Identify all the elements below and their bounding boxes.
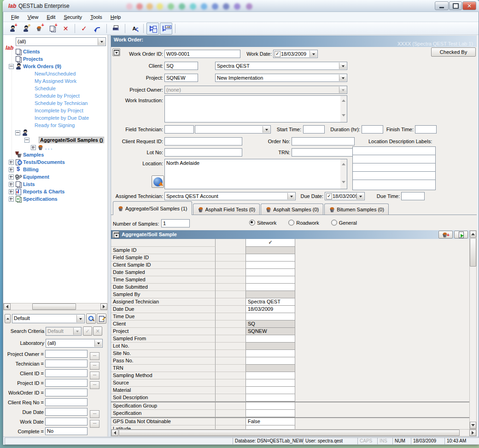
tree-item[interactable] bbox=[3, 129, 107, 136]
find-client-button[interactable]: ⌕ bbox=[19, 23, 32, 35]
tree-item[interactable]: Reports & Charts bbox=[3, 188, 107, 195]
finish-time-input[interactable] bbox=[415, 125, 437, 134]
tree-view-button[interactable] bbox=[146, 23, 159, 35]
menu-item[interactable]: Edit bbox=[42, 13, 59, 21]
grid-vscrollbar[interactable] bbox=[469, 230, 477, 429]
scroll-thumb[interactable] bbox=[119, 430, 460, 436]
scope-combobox[interactable]: (all) bbox=[16, 37, 106, 46]
tree-item[interactable]: Schedule by Project bbox=[3, 92, 107, 99]
client-request-id-input[interactable] bbox=[164, 137, 242, 145]
date-checkbox[interactable]: ✓ bbox=[275, 51, 280, 57]
sample-tab[interactable]: Asphalt Samples (0) bbox=[261, 204, 323, 215]
tree-item[interactable]: Equipment bbox=[3, 173, 107, 180]
chevron-down-icon[interactable] bbox=[76, 315, 84, 322]
tree-item[interactable]: New/Unscheduled bbox=[3, 70, 107, 77]
tree-item[interactable]: Samples bbox=[3, 151, 107, 158]
grid-value-cell[interactable]: SQNEW bbox=[246, 328, 295, 335]
new-invoice-button[interactable]: + bbox=[46, 23, 58, 35]
grid-value-cell[interactable] bbox=[246, 387, 295, 394]
tree-item[interactable]: Work Orders (9) bbox=[3, 63, 107, 70]
spelling-button[interactable]: Aς bbox=[128, 23, 140, 35]
copy-sample-button[interactable] bbox=[454, 231, 468, 239]
add-sample-button[interactable]: + bbox=[438, 231, 453, 239]
grid-value-cell[interactable] bbox=[246, 262, 295, 269]
clear-criteria-button[interactable]: ✕ bbox=[93, 326, 102, 336]
grid-value-cell[interactable] bbox=[246, 379, 295, 387]
expander-icon[interactable] bbox=[9, 182, 14, 187]
scroll-down-button[interactable] bbox=[470, 422, 476, 429]
maximize-button[interactable] bbox=[449, 1, 462, 10]
chevron-down-icon[interactable] bbox=[94, 340, 102, 347]
lab-tree-view-button[interactable] bbox=[160, 23, 172, 35]
sample-tab[interactable]: Asphalt Field Tests (0) bbox=[193, 204, 260, 215]
tree-item[interactable]: Tests/Documents bbox=[3, 158, 107, 166]
delete-button[interactable]: ✕ bbox=[59, 23, 72, 35]
chevron-down-icon[interactable] bbox=[263, 126, 270, 133]
menu-item[interactable]: File bbox=[7, 13, 23, 21]
menu-item[interactable]: Tools bbox=[86, 13, 106, 21]
tree-item[interactable]: Schedule by Technician bbox=[3, 99, 107, 107]
location-textarea[interactable]: North Adelaide bbox=[164, 159, 347, 189]
work-order-id-input[interactable]: W09-0001 bbox=[164, 50, 240, 58]
textarea-scrollbar[interactable] bbox=[340, 159, 347, 189]
ellipsis-button[interactable]: ... bbox=[90, 362, 99, 370]
grid-value-cell[interactable]: False bbox=[246, 418, 295, 425]
expander-icon[interactable] bbox=[9, 160, 14, 165]
grid-value-cell[interactable] bbox=[246, 335, 295, 343]
close-button[interactable]: ✕ bbox=[462, 1, 476, 10]
order-no-input[interactable] bbox=[292, 137, 355, 145]
location-description-labels-list[interactable] bbox=[352, 146, 432, 188]
due-time-input[interactable] bbox=[401, 192, 425, 200]
work-type-option[interactable]: Roadwork bbox=[288, 220, 319, 226]
scroll-right-button[interactable] bbox=[469, 430, 476, 436]
collapse-filter-button[interactable] bbox=[5, 314, 11, 323]
filter-field-input[interactable] bbox=[45, 350, 88, 358]
grid-hscrollbar[interactable] bbox=[111, 429, 477, 436]
grid-value-cell[interactable] bbox=[246, 402, 295, 410]
due-date-picker[interactable]: ✓ 18/03/2009 bbox=[325, 192, 365, 200]
project-name-combobox[interactable]: New Implementation bbox=[215, 74, 347, 82]
grid-value-cell[interactable] bbox=[246, 372, 295, 379]
chevron-down-icon[interactable] bbox=[310, 51, 317, 57]
grid-value-cell[interactable] bbox=[246, 343, 295, 350]
menu-item[interactable]: View bbox=[23, 13, 43, 21]
chevron-down-icon[interactable] bbox=[98, 38, 105, 45]
ellipsis-button[interactable]: ... bbox=[90, 410, 99, 418]
grid-value-cell[interactable]: SQ bbox=[246, 320, 295, 328]
grid-value-cell[interactable]: Spectra QEST bbox=[246, 298, 295, 306]
start-time-input[interactable] bbox=[303, 125, 325, 134]
new-client-button[interactable]: + bbox=[6, 23, 18, 35]
textarea-scrollbar[interactable] bbox=[340, 96, 347, 122]
filter-field-input[interactable] bbox=[45, 369, 88, 377]
chevron-down-icon[interactable] bbox=[339, 75, 346, 81]
menu-item[interactable]: Security bbox=[59, 13, 86, 21]
scroll-thumb[interactable] bbox=[32, 303, 76, 310]
grid-value-cell[interactable] bbox=[246, 313, 295, 320]
search-criteria-combobox[interactable]: Default bbox=[46, 327, 82, 336]
trn-input[interactable] bbox=[292, 148, 355, 157]
scroll-right-button[interactable] bbox=[100, 303, 107, 310]
tree-item[interactable]: Schedule bbox=[3, 85, 107, 92]
grid-value-cell[interactable] bbox=[246, 254, 295, 262]
filter-field-input[interactable] bbox=[45, 379, 88, 387]
apply-criteria-button[interactable]: ✓ bbox=[83, 326, 92, 336]
work-type-option[interactable]: General bbox=[331, 220, 357, 226]
tree-item[interactable]: Projects bbox=[3, 55, 107, 63]
work-type-option[interactable]: Sitework bbox=[249, 220, 276, 226]
sample-tab[interactable]: Aggregate/Soil Samples (1) bbox=[113, 201, 192, 215]
menu-item[interactable]: Help bbox=[106, 13, 125, 21]
edit-criteria-button[interactable] bbox=[97, 314, 106, 324]
expander-icon[interactable] bbox=[31, 145, 36, 150]
grid-value-cell[interactable] bbox=[246, 284, 295, 291]
checked-by-button[interactable]: Checked By bbox=[431, 47, 476, 57]
new-sample-button[interactable]: + bbox=[33, 23, 45, 35]
expander-icon[interactable] bbox=[9, 189, 14, 194]
minimize-button[interactable] bbox=[435, 1, 449, 10]
work-instruction-textarea[interactable] bbox=[164, 95, 347, 122]
search-button[interactable] bbox=[86, 314, 96, 324]
scroll-left-button[interactable] bbox=[4, 303, 11, 310]
assigned-technician-combobox[interactable]: Spectra QEST Account bbox=[164, 192, 296, 200]
undo-button[interactable] bbox=[91, 23, 104, 35]
filter-field-input[interactable]: No bbox=[45, 427, 88, 435]
filter-field-input[interactable] bbox=[45, 398, 88, 406]
